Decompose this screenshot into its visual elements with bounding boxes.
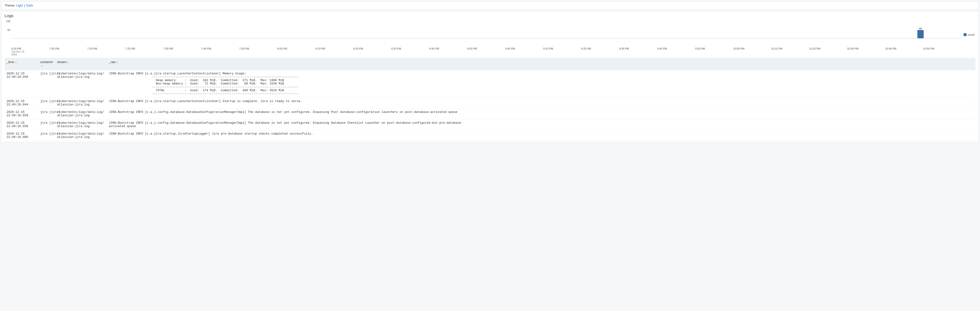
cell-raw-body: [c.a.j.config.database.DatabaseConfigura… xyxy=(143,119,975,130)
x-tick: 7:10 PM xyxy=(88,47,126,56)
theme-label: Theme: xyxy=(5,3,15,7)
theme-bar: Theme: Light | Dark xyxy=(2,2,978,10)
cell-container: jira (jira) xyxy=(38,119,55,130)
x-tick: 7:40 PM xyxy=(201,47,239,56)
cell-stream: /kubernetes/logs/data:log/atlassian-jira… xyxy=(55,109,107,119)
y-tick-100: 100 xyxy=(6,20,10,23)
sort-icon[interactable]: ◇ xyxy=(67,61,69,63)
logs-table: _time◇ container◇ stream◇ _raw◇ 2020-12 xyxy=(5,58,975,141)
x-tick: 7:30 PM xyxy=(163,47,201,56)
x-tick: 7:00 PM xyxy=(49,47,88,56)
y-axis: 100 50 xyxy=(5,20,11,46)
table-header-row: _time◇ container◇ stream◇ _raw◇ xyxy=(5,58,975,70)
cell-container: jira (jira) xyxy=(38,70,55,98)
sort-icon[interactable]: ◇ xyxy=(41,65,43,67)
x-tick: 9:00 PM xyxy=(505,47,543,56)
cell-stream: /kubernetes/logs/data:log/atlassian-jira… xyxy=(55,119,107,130)
x-tick: 10:00 PM xyxy=(733,47,771,56)
cell-stream: /kubernetes/logs/data:log/atlassian-jira… xyxy=(55,130,107,141)
histogram-chart: 100 50 48 count xyxy=(5,20,975,46)
theme-light-link[interactable]: Light xyxy=(16,3,23,7)
cell-container: jira (jira) xyxy=(38,109,55,119)
chart-legend: count xyxy=(964,33,974,36)
y-tick-50: 50 xyxy=(8,29,10,31)
cell-raw-prefix: JIRA-Bootstrap INFO xyxy=(107,109,143,119)
col-time[interactable]: _time◇ xyxy=(5,58,38,70)
plot-area[interactable]: 48 xyxy=(11,21,961,38)
x-tick: 9:10 PM xyxy=(543,47,581,56)
x-tick: 8:20 PM xyxy=(353,47,391,56)
cell-raw-prefix: JIRA-Bootstrap INFO xyxy=(107,70,143,98)
x-tick: 10:50 PM xyxy=(923,47,961,56)
col-raw[interactable]: _raw◇ xyxy=(107,58,975,70)
table-row[interactable]: 2020-12-15 22:49:18.039jira (jira)/kuber… xyxy=(5,109,975,119)
cell-time: 2020-12-15 22:49:18.046 xyxy=(5,70,38,98)
cell-raw-prefix: JIRA-Bootstrap INFO xyxy=(107,98,143,109)
x-tick: 8:00 PM xyxy=(277,47,315,56)
x-tick: 10:10 PM xyxy=(771,47,809,56)
x-tick: 10:20 PM xyxy=(809,47,847,56)
table-row[interactable]: 2020-12-15 22:49:18.038jira (jira)/kuber… xyxy=(5,119,975,130)
x-tick: 9:40 PM xyxy=(657,47,695,56)
x-tick: 9:50 PM xyxy=(695,47,733,56)
x-tick: 9:20 PM xyxy=(581,47,619,56)
x-tick: 10:30 PM xyxy=(847,47,885,56)
sort-icon[interactable]: ◇ xyxy=(15,61,17,63)
cell-time: 2020-12-15 22:49:18.044 xyxy=(5,98,38,109)
x-tick: 7:50 PM xyxy=(239,47,277,56)
theme-sep: | xyxy=(24,3,25,7)
x-tick: 8:10 PM xyxy=(315,47,353,56)
cell-stream: /kubernetes/logs/data:log/atlassian-jira… xyxy=(55,70,107,98)
sort-icon[interactable]: ◇ xyxy=(116,61,118,63)
cell-time: 2020-12-15 22:49:18.039 xyxy=(5,109,38,119)
theme-dark-link[interactable]: Dark xyxy=(27,3,33,7)
legend-label: count xyxy=(968,33,974,36)
x-tick: 6:50 PMTue Dec 152020 xyxy=(11,47,49,56)
x-tick: 7:20 PM xyxy=(125,47,163,56)
x-tick: 8:40 PM xyxy=(429,47,467,56)
cell-raw-prefix: JIRA-Bootstrap INFO activated queue xyxy=(107,119,143,130)
cell-raw-body: [c.a.jira.startup.LauncherContextListene… xyxy=(143,70,975,98)
cell-raw-body: [c.a.jira.startup.LauncherContextListene… xyxy=(143,98,975,109)
col-container[interactable]: container◇ xyxy=(38,58,55,70)
cell-raw-prefix: JIRA-Bootstrap INFO xyxy=(107,130,143,141)
cell-time: 2020-12-15 22:49:18.006 xyxy=(5,130,38,141)
cell-container: jira (jira) xyxy=(38,98,55,109)
x-tick: 10:40 PM xyxy=(885,47,923,56)
x-axis: 6:50 PMTue Dec 1520207:00 PM7:10 PM7:20 … xyxy=(11,46,961,56)
histogram-bar-label: 48 xyxy=(919,27,922,30)
logs-panel: Logs 100 50 48 count 6:50 PMTue Dec 1520… xyxy=(2,11,978,142)
cell-stream: /kubernetes/logs/data:log/atlassian-jira… xyxy=(55,98,107,109)
col-stream[interactable]: stream◇ xyxy=(55,58,107,70)
cell-container: jira (jira) xyxy=(38,130,55,141)
table-row[interactable]: 2020-12-15 22:49:18.044jira (jira)/kuber… xyxy=(5,98,975,109)
x-tick: 9:30 PM xyxy=(619,47,657,56)
cell-time: 2020-12-15 22:49:18.038 xyxy=(5,119,38,130)
x-tick: 8:30 PM xyxy=(391,47,430,56)
panel-title: Logs xyxy=(5,13,975,18)
table-row[interactable]: 2020-12-15 22:49:18.046jira (jira)/kuber… xyxy=(5,70,975,98)
x-tick: 8:50 PM xyxy=(467,47,505,56)
legend-swatch xyxy=(964,33,967,36)
cell-raw-body: [c.a.jira.startup.JiraStartupLogger] Jir… xyxy=(143,130,975,141)
cell-raw-body: [c.a.j.config.database.DatabaseConfigura… xyxy=(143,109,975,119)
table-row[interactable]: 2020-12-15 22:49:18.006jira (jira)/kuber… xyxy=(5,130,975,141)
histogram-bar[interactable] xyxy=(917,30,924,38)
